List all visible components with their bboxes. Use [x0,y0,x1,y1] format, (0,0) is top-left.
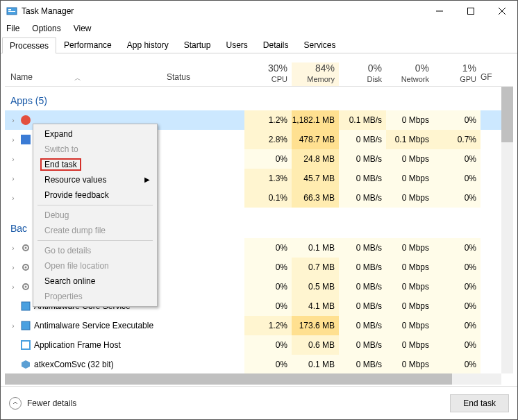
expand-chevron-icon[interactable]: › [9,136,17,144]
svg-point-14 [25,286,27,288]
metric-cell: 0% [433,149,481,169]
end-task-button[interactable]: End task [450,394,509,412]
svg-rect-4 [467,8,474,15]
metric-cell: 0 MB/s [339,258,386,277]
metric-cell: 0% [244,258,292,277]
context-menu-item-provide-feedback[interactable]: Provide feedback [35,187,156,203]
process-name-label: Antimalware Service Executable [34,321,153,330]
metric-cell: 0 MB/s [339,355,386,374]
maximize-button[interactable] [455,1,486,22]
tab-users[interactable]: Users [218,37,255,53]
metric-cell: 0 Mbps [386,335,433,355]
expand-chevron-icon[interactable]: › [9,117,17,124]
expand-chevron-icon[interactable]: › [9,194,17,202]
context-menu-item-switch-to: Switch to [35,142,156,157]
metric-cell: 66.3 MB [292,188,339,208]
process-row[interactable]: ›Antimalware Service Executable1.2%173.6… [5,316,513,335]
column-overflow: GF [481,72,489,86]
metric-cell: 1,182.1 MB [292,110,339,130]
metric-cell: 4.1 MB [292,296,339,316]
metric-cell: 0.5 MB [292,277,339,296]
metric-cell: 173.6 MB [292,316,339,335]
vertical-scrollbar[interactable] [501,87,513,373]
expand-chevron-icon[interactable]: › [9,175,17,183]
context-menu-item-open-file-location: Open file location [35,258,156,274]
context-menu-item-search-online[interactable]: Search online [35,274,156,289]
tab-processes[interactable]: Processes [2,37,56,53]
metric-cell: 0 MB/s [339,335,386,355]
tab-details[interactable]: Details [256,37,296,53]
menu-view[interactable]: View [72,22,93,35]
metric-cell: 0.1 Mbps [386,130,433,149]
red-icon [20,115,31,126]
metric-cell: 0 MB/s [339,296,386,316]
tab-performance[interactable]: Performance [56,37,119,53]
menu-file[interactable]: File [5,22,21,35]
column-memory[interactable]: 84%Memory [292,62,339,86]
close-button[interactable] [486,1,517,22]
column-name[interactable]: ︿ Name [5,72,161,86]
svg-rect-15 [22,302,30,310]
fewer-details-toggle[interactable]: Fewer details [9,397,76,410]
task-manager-window: Task Manager File Options View Processes… [0,0,518,420]
expand-chevron-icon[interactable]: › [9,283,17,291]
menubar: File Options View [1,22,517,35]
metric-cell: 24.8 MB [292,149,339,169]
submenu-arrow-icon: ▶ [144,176,150,183]
metric-cell: 0.1% [244,188,292,208]
tab-startup[interactable]: Startup [176,37,219,53]
metric-cell: 0 MB/s [339,188,386,208]
svg-rect-2 [8,11,15,12]
column-gpu[interactable]: 1%GPU [433,62,481,86]
column-status[interactable]: Status [161,72,244,86]
expand-chevron-icon[interactable]: › [9,244,17,252]
tab-services[interactable]: Services [296,37,344,53]
footer: Fewer details End task [1,386,517,419]
expand-chevron-icon[interactable]: › [9,322,17,330]
context-menu-separator [37,205,153,205]
metric-cell: 0.7% [433,130,481,149]
metric-cell: 0% [433,258,481,277]
metric-cell: 0% [433,316,481,335]
metric-cell: 0 Mbps [386,169,433,188]
metric-cell: 0% [433,296,481,316]
metric-cell: 0 MB/s [339,130,386,149]
column-cpu[interactable]: 30%CPU [244,62,292,86]
metric-cell: 0.7 MB [292,258,339,277]
svg-rect-17 [22,341,30,349]
gear-icon [20,262,31,273]
context-menu-item-expand[interactable]: Expand [35,126,156,142]
context-menu-item-resource-values[interactable]: Resource values▶ [35,172,156,187]
process-name-label: atkexComSvc (32 bit) [34,360,114,369]
column-network[interactable]: 0%Network [386,62,433,86]
svg-rect-16 [22,321,30,330]
titlebar: Task Manager [1,1,517,22]
metric-cell: 0% [433,277,481,296]
metric-cell: 0% [244,238,292,258]
shield-icon [20,301,31,312]
context-menu-item-debug: Debug [35,208,156,223]
context-menu-item-create-dump-file: Create dump file [35,223,156,238]
metric-cell: 0% [433,355,481,374]
tab-app-history[interactable]: App history [119,37,176,53]
svg-marker-18 [22,360,30,369]
minimize-button[interactable] [424,1,455,22]
process-row[interactable]: Application Frame Host0%0.6 MB0 MB/s0 Mb… [5,335,513,355]
column-disk[interactable]: 0%Disk [339,62,386,86]
process-name-cell: ›Antimalware Service Executable [5,320,161,331]
metric-cell: 0 Mbps [386,277,433,296]
metric-cell: 0% [244,296,292,316]
column-headers: ︿ Name Status 30%CPU 84%Memory 0%Disk 0%… [5,55,513,87]
context-menu-item-end-task[interactable]: End task [35,157,156,172]
svg-point-7 [21,115,31,125]
svg-point-12 [25,267,27,269]
menu-options[interactable]: Options [31,22,62,35]
metric-cell: 0 MB/s [339,238,386,258]
metric-cell: 0% [244,277,292,296]
expand-chevron-icon[interactable]: › [9,156,17,163]
context-menu-item-properties: Properties [35,289,156,304]
process-row[interactable]: atkexComSvc (32 bit)0%0.1 MB0 MB/s0 Mbps… [5,355,513,374]
expand-chevron-icon[interactable]: › [9,264,17,271]
metric-cell: 1.2% [244,316,292,335]
horizontal-scrollbar[interactable] [5,373,501,385]
